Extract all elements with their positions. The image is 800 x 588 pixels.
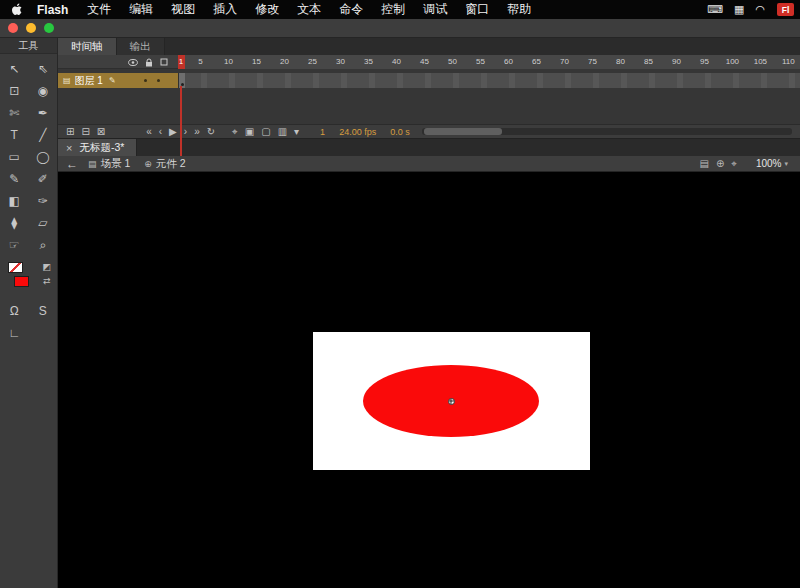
timeline-scrollbar[interactable] bbox=[422, 128, 792, 135]
new-folder-button[interactable]: ⊟ bbox=[81, 125, 89, 139]
edit-symbol-button[interactable]: ⊕ bbox=[716, 157, 724, 171]
playhead[interactable]: 1 bbox=[178, 55, 185, 69]
default-colors-button[interactable]: ◩ bbox=[42, 262, 51, 272]
stage-canvas[interactable] bbox=[313, 332, 590, 470]
menu-item[interactable]: 编辑 bbox=[120, 0, 162, 19]
tab-timeline[interactable]: 时间轴 bbox=[58, 38, 117, 55]
step-back-button[interactable]: ‹ bbox=[159, 125, 162, 139]
onion-skin-outlines-button[interactable]: ▢ bbox=[261, 125, 270, 139]
symbol-breadcrumb[interactable]: 元件 2 bbox=[156, 157, 186, 171]
stroke-color-chip[interactable] bbox=[8, 262, 23, 273]
step-forward-button[interactable]: › bbox=[184, 125, 187, 139]
menu-item[interactable]: 视图 bbox=[162, 0, 204, 19]
back-button[interactable]: ← bbox=[66, 157, 78, 171]
eyedropper-tool[interactable]: ⧫ bbox=[0, 212, 29, 234]
oval-tool[interactable]: ◯ bbox=[29, 146, 58, 168]
ruler-frame-label: 90 bbox=[672, 57, 681, 66]
ruler-frame-label: 80 bbox=[616, 57, 625, 66]
app-menu[interactable]: Flash bbox=[27, 3, 78, 17]
free-transform-tool[interactable]: ⊡ bbox=[0, 80, 29, 102]
pen-tool[interactable]: ✒ bbox=[29, 102, 58, 124]
go-to-first-frame-button[interactable]: « bbox=[146, 125, 152, 139]
scene-breadcrumb[interactable]: 场景 1 bbox=[101, 157, 131, 171]
tab-output[interactable]: 输出 bbox=[117, 38, 165, 55]
minimize-window-button[interactable] bbox=[26, 23, 36, 33]
ink-bottle-tool[interactable]: ✑ bbox=[29, 190, 58, 212]
straighten-button[interactable]: ∟ bbox=[0, 322, 29, 344]
new-layer-button[interactable]: ⊞ bbox=[66, 125, 74, 139]
ruler-frame-label: 110 bbox=[782, 57, 795, 66]
rectangle-tool[interactable]: ▭ bbox=[0, 146, 29, 168]
center-stage-button[interactable]: ⌖ bbox=[731, 157, 737, 171]
selection-tool[interactable]: ↖ bbox=[0, 58, 29, 80]
line-tool[interactable]: ╱ bbox=[29, 124, 58, 146]
edit-multiple-frames-button[interactable]: ▥ bbox=[278, 125, 287, 139]
edit-scene-button[interactable]: ▤ bbox=[699, 157, 708, 171]
snap-to-objects-button[interactable]: Ω bbox=[0, 300, 29, 322]
playhead-line[interactable] bbox=[180, 86, 182, 156]
zoom-tool[interactable]: ⌕ bbox=[29, 234, 58, 256]
subselection-tool[interactable]: ⇖ bbox=[29, 58, 58, 80]
layer-row[interactable]: ▤ 图层 1 ✎ bbox=[58, 73, 800, 88]
onion-skin-button[interactable]: ▣ bbox=[245, 125, 254, 139]
smooth-button[interactable]: S bbox=[29, 300, 58, 322]
stage-pasteboard[interactable] bbox=[58, 172, 800, 588]
zoom-value[interactable]: 100% bbox=[756, 158, 782, 169]
display-icon[interactable]: ▦ bbox=[734, 3, 744, 16]
paint-bucket-tool[interactable]: ◧ bbox=[0, 190, 29, 212]
close-document-icon[interactable]: × bbox=[66, 142, 72, 154]
keyboard-icon[interactable]: ⌨ bbox=[707, 3, 723, 16]
outline-column-icon[interactable] bbox=[160, 58, 168, 66]
layer-name[interactable]: 图层 1 bbox=[75, 74, 103, 88]
menu-item[interactable]: 命令 bbox=[330, 0, 372, 19]
menu-item[interactable]: 调试 bbox=[414, 0, 456, 19]
menu-item[interactable]: 修改 bbox=[246, 0, 288, 19]
visibility-column-icon[interactable] bbox=[128, 59, 138, 66]
document-title: 无标题-3* bbox=[79, 141, 124, 155]
menu-item[interactable]: 控制 bbox=[372, 0, 414, 19]
wifi-icon[interactable]: ◠ bbox=[755, 3, 765, 16]
layer-frames[interactable] bbox=[178, 73, 800, 88]
eraser-tool[interactable]: ▱ bbox=[29, 212, 58, 234]
text-tool[interactable]: T bbox=[0, 124, 29, 146]
close-window-button[interactable] bbox=[8, 23, 18, 33]
apple-menu[interactable] bbox=[12, 3, 23, 16]
menu-item[interactable]: 文本 bbox=[288, 0, 330, 19]
menu-item[interactable]: 帮助 bbox=[498, 0, 540, 19]
brush-tool[interactable]: ✐ bbox=[29, 168, 58, 190]
timeline-ruler[interactable]: 1 51015202530354045505560657075808590951… bbox=[178, 55, 800, 69]
layer-visibility-dot[interactable] bbox=[144, 79, 147, 82]
loop-button[interactable]: ↻ bbox=[207, 125, 215, 139]
chevron-down-icon: ▾ bbox=[784, 160, 788, 168]
play-button[interactable]: ▶ bbox=[169, 125, 177, 139]
center-frame-button[interactable]: ⌖ bbox=[232, 125, 238, 139]
menu-item[interactable]: 文件 bbox=[78, 0, 120, 19]
go-to-last-frame-button[interactable]: » bbox=[194, 125, 200, 139]
menu-item[interactable]: 插入 bbox=[204, 0, 246, 19]
red-ellipse-shape[interactable] bbox=[363, 365, 539, 437]
mini-buttons: ◩⇄ bbox=[42, 262, 51, 286]
hand-tool[interactable]: ☞ bbox=[0, 234, 29, 256]
document-tab[interactable]: × 无标题-3* bbox=[58, 139, 137, 156]
tools-panel-tab[interactable]: 工具 bbox=[0, 38, 57, 54]
zoom-control[interactable]: 100% ▾ bbox=[756, 158, 788, 169]
layer-lock-dot[interactable] bbox=[157, 79, 160, 82]
zoom-window-button[interactable] bbox=[44, 23, 54, 33]
fill-color-chip[interactable] bbox=[14, 276, 29, 287]
tool-options: ΩS∟ bbox=[0, 300, 57, 344]
layer-name-cell[interactable]: ▤ 图层 1 ✎ bbox=[58, 73, 178, 88]
swap-colors-button[interactable]: ⇄ bbox=[42, 276, 51, 286]
lasso-tool[interactable]: ✄ bbox=[0, 102, 29, 124]
frame-rate-value[interactable]: 24.00 fps bbox=[339, 127, 376, 137]
elapsed-time-value: 0.0 s bbox=[390, 127, 410, 137]
menu-item[interactable]: 窗口 bbox=[456, 0, 498, 19]
window-titlebar[interactable] bbox=[0, 19, 800, 38]
delete-layer-button[interactable]: ⊠ bbox=[97, 125, 105, 139]
lock-column-icon[interactable] bbox=[145, 58, 153, 67]
modify-markers-button[interactable]: ▾ bbox=[294, 125, 299, 139]
ruler-frame-label: 50 bbox=[448, 57, 457, 66]
timeline-scrollbar-thumb[interactable] bbox=[424, 128, 502, 135]
flash-app-badge[interactable]: Fl bbox=[777, 3, 794, 16]
pencil-tool[interactable]: ✎ bbox=[0, 168, 29, 190]
gradient-transform-tool[interactable]: ◉ bbox=[29, 80, 58, 102]
